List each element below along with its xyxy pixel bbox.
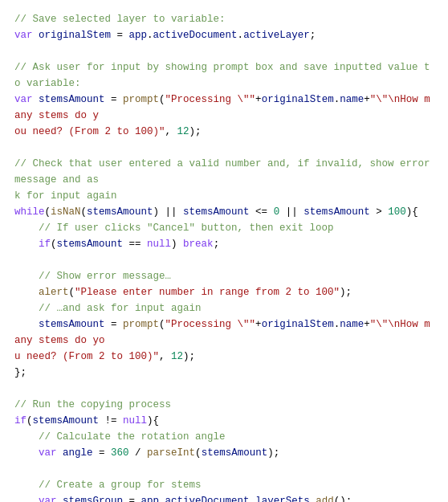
code-line: if(stemsAmount != null){ (14, 413, 434, 429)
code-line: u need? (From 2 to 100)", 12); (14, 349, 434, 365)
code-line: alert("Please enter number in range from… (14, 284, 434, 300)
code-line: var stemsAmount = prompt("Processing \""… (14, 92, 434, 124)
code-line: var originalStem = app.activeDocument.ac… (14, 27, 434, 43)
code-line: // Create a group for stems (14, 477, 434, 493)
code-line: // Show error message… (14, 268, 434, 284)
code-line (14, 381, 434, 397)
code-line: while(isNaN(stemsAmount) || stemsAmount … (14, 204, 434, 220)
code-line: // Run the copying process (14, 397, 434, 413)
code-line (14, 43, 434, 59)
code-line: // Check that user entered a valid numbe… (14, 156, 434, 188)
code-line: // Save selected layer to variable: (14, 11, 434, 27)
code-line: var stemsGroup = app.activeDocument.laye… (14, 493, 434, 502)
code-line: // …and ask for input again (14, 300, 434, 316)
code-line: // If user clicks "Cancel" button, then … (14, 220, 434, 236)
code-line: }; (14, 365, 434, 381)
code-line: if(stemsAmount == null) break; (14, 236, 434, 252)
code-line: ou need? (From 2 to 100)", 12); (14, 124, 434, 140)
code-line (14, 461, 434, 477)
code-line: var angle = 360 / parseInt(stemsAmount); (14, 445, 434, 461)
code-line (14, 140, 434, 156)
code-line: // Calculate the rotation angle (14, 429, 434, 445)
code-line (14, 252, 434, 268)
code-editor: // Save selected layer to variable:var o… (0, 0, 448, 502)
code-line: stemsAmount = prompt("Processing \""+ori… (14, 316, 434, 349)
code-line: // Ask user for input by showing prompt … (14, 59, 434, 92)
code-line: k for input again (14, 188, 434, 204)
